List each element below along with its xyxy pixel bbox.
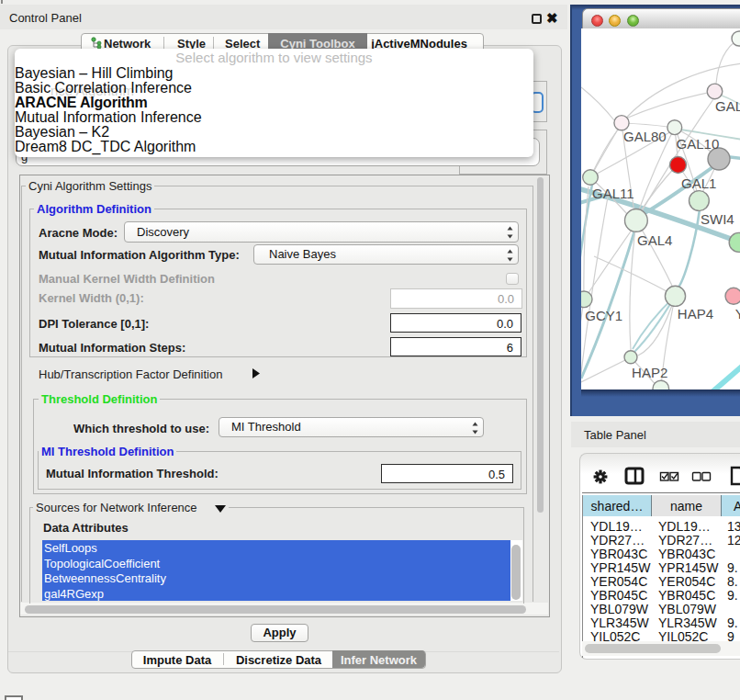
svg-text:GAL1: GAL1	[681, 175, 716, 191]
svg-text:SWI4: SWI4	[701, 211, 734, 227]
svg-text:GAL: GAL	[715, 98, 740, 114]
svg-text:GAL80: GAL80	[623, 129, 667, 144]
svg-text:GAL10: GAL10	[677, 136, 720, 152]
svg-text:GCY1: GCY1	[585, 308, 622, 323]
svg-text:GAL11: GAL11	[592, 186, 634, 201]
svg-text:HAP2: HAP2	[632, 365, 667, 380]
svg-text:HAP4: HAP4	[678, 306, 713, 322]
svg-text:GAL4: GAL4	[637, 232, 672, 248]
svg-text:Y: Y	[735, 306, 740, 322]
